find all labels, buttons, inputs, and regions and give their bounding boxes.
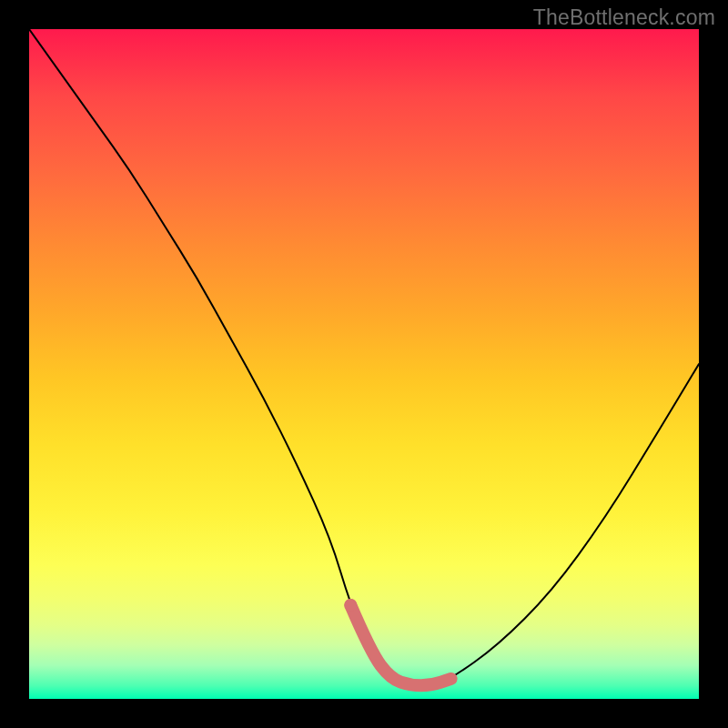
chart-frame: TheBottleneck.com xyxy=(0,0,728,728)
optimal-range-start-dot xyxy=(344,599,357,612)
plot-area xyxy=(29,29,699,699)
optimal-range-highlight xyxy=(350,605,450,685)
watermark-text: TheBottleneck.com xyxy=(533,5,715,30)
bottleneck-curve-svg xyxy=(29,29,699,699)
bottleneck-curve xyxy=(29,29,699,685)
